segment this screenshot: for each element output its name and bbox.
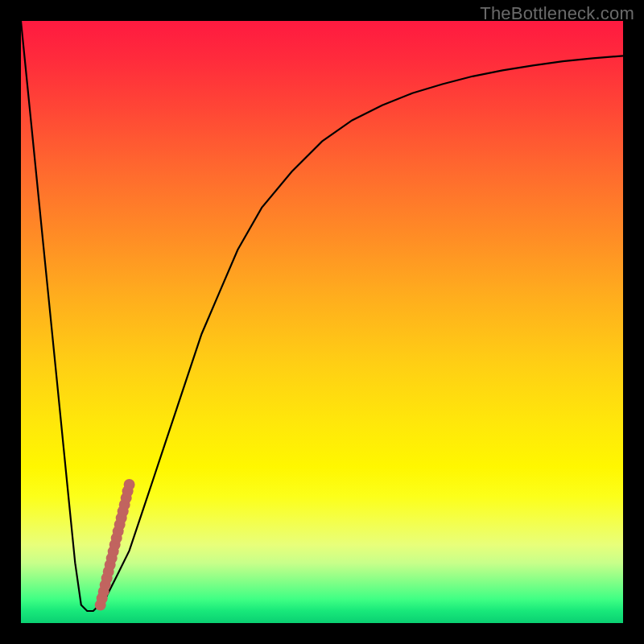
bottleneck-curve [21, 21, 623, 611]
marker-segment [95, 479, 135, 611]
chart-stage: TheBottleneck.com [0, 0, 644, 644]
marker-dot [124, 479, 135, 490]
plot-area [21, 21, 623, 623]
curve-layer [21, 21, 623, 623]
